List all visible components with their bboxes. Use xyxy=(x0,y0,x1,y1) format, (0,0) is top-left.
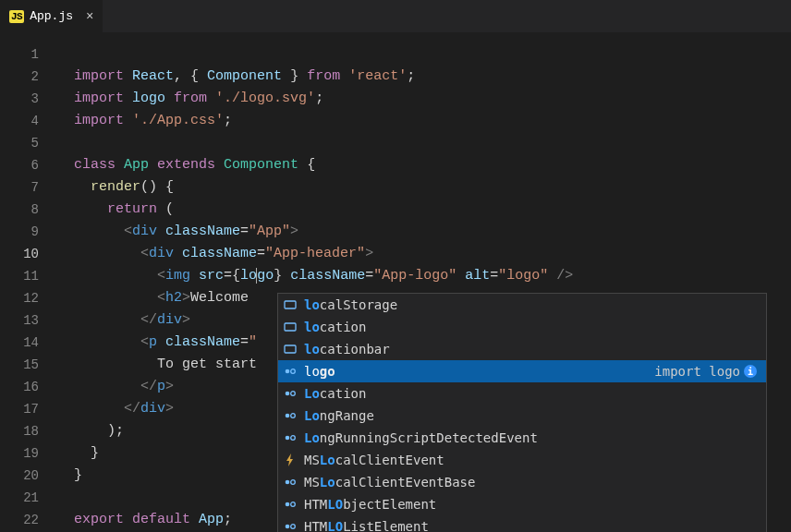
suggest-label: HTMLOListElement xyxy=(304,519,429,532)
line-number: 17 xyxy=(0,398,39,420)
line-number: 12 xyxy=(0,287,39,309)
svg-point-4 xyxy=(291,369,296,374)
field-icon xyxy=(282,496,298,513)
variable-icon xyxy=(282,341,298,357)
svg-point-16 xyxy=(291,525,296,529)
field-icon xyxy=(282,385,298,402)
tab-bar-empty xyxy=(103,0,791,32)
tab-appjs[interactable]: JS App.js × xyxy=(0,0,103,32)
variable-icon xyxy=(282,296,298,313)
svg-point-3 xyxy=(286,369,290,374)
svg-point-7 xyxy=(286,414,290,418)
info-icon[interactable]: i xyxy=(744,365,757,378)
event-icon xyxy=(282,452,298,468)
suggest-item[interactable]: MSLocalClientEvent xyxy=(278,449,766,471)
variable-icon xyxy=(282,319,298,335)
field-icon xyxy=(282,363,298,380)
line-number: 10 xyxy=(0,243,39,265)
svg-point-10 xyxy=(291,436,296,441)
suggest-aside: import logo i xyxy=(654,364,762,379)
svg-point-15 xyxy=(286,525,290,529)
field-icon xyxy=(282,474,298,490)
suggest-label: localStorage xyxy=(304,297,397,312)
line-number: 21 xyxy=(0,487,39,509)
suggest-label: MSLocalClientEventBase xyxy=(304,475,475,490)
field-icon xyxy=(282,518,298,532)
svg-rect-2 xyxy=(285,345,296,353)
suggest-item[interactable]: locationbar xyxy=(278,338,766,360)
line-number: 22 xyxy=(0,509,39,531)
svg-rect-0 xyxy=(285,301,296,308)
field-icon xyxy=(282,407,298,424)
svg-point-6 xyxy=(291,392,296,396)
line-number: 11 xyxy=(0,265,39,287)
suggest-item[interactable]: logoimport logo i xyxy=(278,360,766,382)
line-number: 16 xyxy=(0,376,39,398)
suggest-label: locationbar xyxy=(304,342,390,357)
line-number: 7 xyxy=(0,176,39,199)
line-number: 5 xyxy=(0,132,39,154)
svg-point-8 xyxy=(291,414,296,418)
line-number: 3 xyxy=(0,88,39,110)
svg-point-13 xyxy=(286,502,290,507)
line-number: 18 xyxy=(0,420,39,442)
suggest-label: Location xyxy=(304,386,366,401)
suggest-item[interactable]: LongRange xyxy=(278,405,766,427)
js-file-icon: JS xyxy=(9,10,24,23)
svg-rect-1 xyxy=(285,323,296,331)
svg-point-5 xyxy=(286,392,290,396)
svg-point-9 xyxy=(286,436,290,441)
suggest-item[interactable]: Location xyxy=(278,382,766,405)
suggest-item[interactable]: MSLocalClientEventBase xyxy=(278,471,766,493)
line-number-gutter: 12345678910111213141516171819202122 xyxy=(0,32,55,532)
tab-label: App.js xyxy=(30,9,73,23)
line-number: 13 xyxy=(0,309,39,332)
line-number: 20 xyxy=(0,465,39,487)
suggest-label: MSLocalClientEvent xyxy=(304,453,444,467)
suggest-item[interactable]: HTMLOListElement xyxy=(278,515,766,532)
close-icon[interactable]: × xyxy=(86,9,93,24)
svg-point-14 xyxy=(291,502,296,507)
line-number: 19 xyxy=(0,442,39,465)
line-number: 6 xyxy=(0,154,39,176)
line-number: 4 xyxy=(0,110,39,132)
suggest-item[interactable]: localStorage xyxy=(278,294,766,316)
suggest-item[interactable]: HTMLObjectElement xyxy=(278,493,766,515)
suggest-label: HTMLObjectElement xyxy=(304,497,436,512)
line-number: 9 xyxy=(0,221,39,243)
suggest-label: location xyxy=(304,320,366,334)
line-number: 8 xyxy=(0,199,39,221)
intellisense-popup[interactable]: localStoragelocationlocationbarlogoimpor… xyxy=(277,293,767,532)
suggest-label: LongRunningScriptDetectedEvent xyxy=(304,430,538,445)
code-editor[interactable]: 12345678910111213141516171819202122 impo… xyxy=(0,32,791,532)
svg-point-11 xyxy=(286,480,290,485)
line-number: 15 xyxy=(0,354,39,376)
suggest-label: logo xyxy=(304,364,335,379)
line-number: 14 xyxy=(0,332,39,354)
suggest-label: LongRange xyxy=(304,408,374,423)
line-number: 2 xyxy=(0,66,39,88)
suggest-item[interactable]: location xyxy=(278,316,766,338)
line-number: 1 xyxy=(0,43,39,66)
suggest-item[interactable]: LongRunningScriptDetectedEvent xyxy=(278,427,766,449)
field-icon xyxy=(282,429,298,446)
svg-point-12 xyxy=(291,480,296,485)
tab-bar: JS App.js × xyxy=(0,0,791,32)
